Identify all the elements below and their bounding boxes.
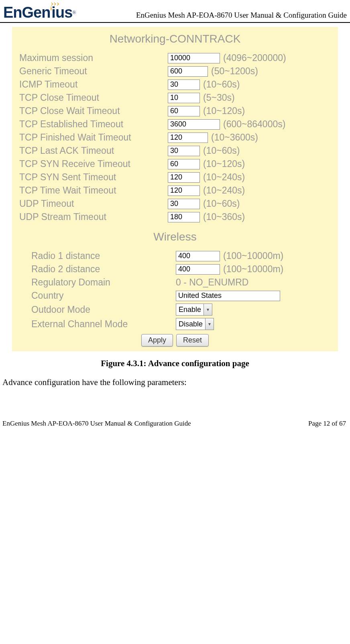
conntrack-input[interactable]: [168, 106, 200, 116]
conntrack-input[interactable]: [168, 172, 200, 183]
conntrack-row: UDP Stream Timeout(10~360s): [15, 212, 335, 222]
logo-part-1: En: [3, 4, 22, 21]
outdoor-select-value: Enable: [176, 306, 203, 314]
country-input[interactable]: [176, 291, 280, 301]
conntrack-row: TCP Time Wait Timeout(10~240s): [15, 185, 335, 196]
conntrack-row: UDP Timeout(10~60s): [15, 198, 335, 209]
brand-logo: ››› EnGeniius®: [3, 4, 76, 21]
conntrack-label: TCP Time Wait Timeout: [19, 185, 168, 196]
conntrack-input[interactable]: [168, 93, 200, 103]
conntrack-label: UDP Timeout: [19, 198, 168, 209]
chevron-down-icon: ▾: [203, 304, 212, 315]
outdoor-select[interactable]: Enable ▾: [176, 304, 212, 316]
conntrack-row: TCP Last ACK Timeout(10~60s): [15, 145, 335, 156]
apply-button[interactable]: Apply: [141, 334, 173, 346]
body-text: Advance configuration have the following…: [2, 377, 346, 387]
conntrack-range: (10~360s): [203, 212, 245, 222]
conntrack-input[interactable]: [168, 146, 200, 156]
chevron-down-icon: ▾: [205, 318, 214, 330]
logo-part-2: Gen: [22, 4, 51, 21]
extchan-label: External Channel Mode: [19, 319, 176, 330]
conntrack-range: (10~120s): [203, 106, 245, 116]
conntrack-range: (600~864000s): [223, 119, 285, 130]
radio1-label: Radio 1 distance: [19, 251, 176, 261]
header-title: EnGenius Mesh AP-EOA-8670 User Manual & …: [136, 11, 347, 21]
conntrack-rows: Maximum session(4096~200000)Generic Time…: [15, 53, 335, 222]
conntrack-label: TCP SYN Receive Timeout: [19, 159, 168, 169]
page-footer: EnGenius Mesh AP-EOA-8670 User Manual & …: [0, 420, 350, 432]
conntrack-row: TCP Close Wait Timeout(10~120s): [15, 106, 335, 116]
conntrack-input[interactable]: [168, 199, 200, 209]
conntrack-label: TCP Close Wait Timeout: [19, 106, 168, 116]
config-panel: Networking-CONNTRACK Maximum session(409…: [12, 27, 338, 351]
conntrack-range: (10~60s): [203, 198, 240, 209]
conntrack-input[interactable]: [168, 79, 200, 90]
conntrack-label: Maximum session: [19, 53, 168, 63]
conntrack-label: UDP Stream Timeout: [19, 212, 168, 222]
conntrack-row: Maximum session(4096~200000): [15, 53, 335, 63]
conntrack-row: TCP Finished Wait Timeout(10~3600s): [15, 132, 335, 143]
footer-left: EnGenius Mesh AP-EOA-8670 User Manual & …: [2, 420, 191, 428]
conntrack-label: TCP SYN Sent Timeout: [19, 172, 168, 183]
conntrack-input[interactable]: [168, 159, 200, 169]
section-title-wireless: Wireless: [15, 230, 335, 243]
conntrack-row: TCP Established Timeout(600~864000s): [15, 119, 335, 130]
footer-right: Page 12 of 67: [308, 420, 346, 428]
conntrack-row: TCP SYN Receive Timeout(10~120s): [15, 159, 335, 169]
conntrack-range: (10~120s): [203, 159, 245, 169]
regdom-value: 0 - NO_ENUMRD: [176, 277, 248, 288]
conntrack-range: (50~1200s): [211, 66, 258, 77]
radio2-range: (100~10000m): [223, 264, 283, 275]
conntrack-row: Generic Timeout(50~1200s): [15, 66, 335, 77]
extchan-select-value: Disable: [176, 320, 205, 328]
conntrack-label: TCP Close Timeout: [19, 92, 168, 103]
conntrack-label: ICMP Timeout: [19, 79, 168, 90]
conntrack-input[interactable]: [168, 185, 200, 196]
conntrack-label: TCP Established Timeout: [19, 119, 168, 130]
radio1-range: (100~10000m): [223, 251, 283, 261]
conntrack-range: (10~240s): [203, 172, 245, 183]
conntrack-input[interactable]: [168, 212, 200, 222]
section-title-conntrack: Networking-CONNTRACK: [15, 33, 335, 45]
country-label: Country: [19, 290, 176, 301]
conntrack-range: (10~3600s): [211, 132, 258, 143]
conntrack-range: (10~240s): [203, 185, 245, 196]
radio1-input[interactable]: [176, 251, 220, 261]
figure-caption: Figure 4.3.1: Advance configuration page: [0, 359, 350, 369]
wifi-icon: ›››: [51, 2, 59, 5]
outdoor-label: Outdoor Mode: [19, 304, 176, 315]
reset-button[interactable]: Reset: [176, 334, 209, 346]
conntrack-input[interactable]: [168, 66, 208, 77]
conntrack-input[interactable]: [168, 53, 220, 63]
radio2-label: Radio 2 distance: [19, 264, 176, 275]
radio2-input[interactable]: [176, 264, 220, 275]
conntrack-label: TCP Finished Wait Timeout: [19, 132, 168, 143]
conntrack-range: (4096~200000): [223, 53, 286, 63]
extchan-select[interactable]: Disable ▾: [176, 318, 214, 330]
conntrack-label: Generic Timeout: [19, 66, 168, 77]
conntrack-range: (5~30s): [203, 92, 235, 103]
page-header: ››› EnGeniius® EnGenius Mesh AP-EOA-8670…: [0, 4, 350, 23]
conntrack-row: ICMP Timeout(10~60s): [15, 79, 335, 90]
button-row: Apply Reset: [15, 334, 335, 346]
trademark: ®: [72, 10, 76, 16]
conntrack-range: (10~60s): [203, 79, 240, 90]
conntrack-row: TCP SYN Sent Timeout(10~240s): [15, 172, 335, 183]
regdom-label: Regulatory Domain: [19, 277, 176, 288]
conntrack-label: TCP Last ACK Timeout: [19, 145, 168, 156]
conntrack-range: (10~60s): [203, 145, 240, 156]
conntrack-input[interactable]: [168, 132, 208, 143]
conntrack-row: TCP Close Timeout(5~30s): [15, 92, 335, 103]
conntrack-input[interactable]: [168, 119, 220, 130]
